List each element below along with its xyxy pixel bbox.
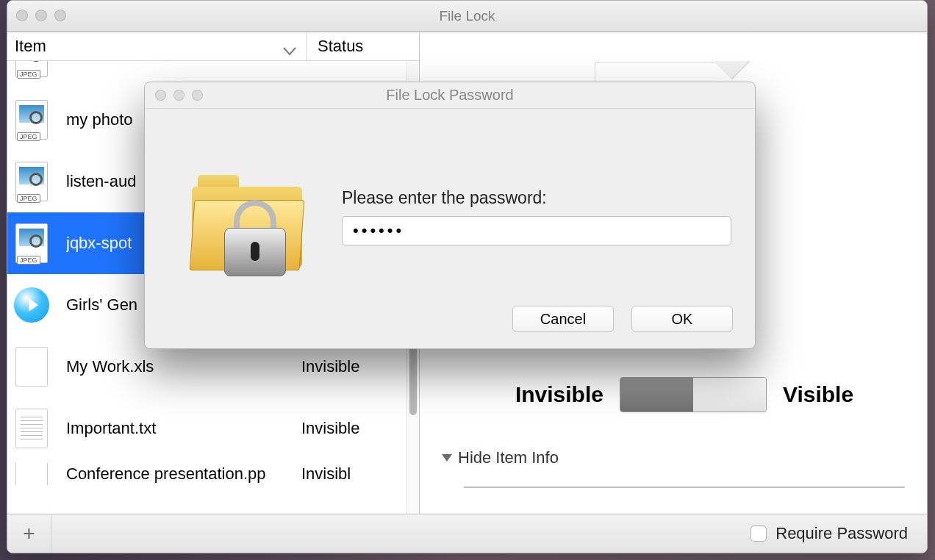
column-header-status[interactable]: Status (307, 32, 419, 60)
sort-indicator-icon (283, 41, 296, 60)
visibility-row: Invisible Visible (464, 374, 905, 415)
dialog-buttons: Cancel OK (512, 306, 733, 332)
separator (464, 487, 905, 488)
zoom-traffic-light[interactable] (192, 90, 203, 101)
add-button[interactable]: + (7, 514, 51, 553)
document-file-icon (12, 463, 51, 485)
password-value: •••••• (353, 221, 404, 240)
jpeg-file-icon: JPEG (12, 61, 51, 95)
invisible-label: Invisible (515, 382, 603, 407)
require-password-checkbox[interactable]: Require Password (750, 524, 927, 543)
disclosure-label: Hide Item Info (458, 448, 559, 467)
visible-label: Visible (783, 382, 853, 407)
require-password-label: Require Password (775, 524, 908, 543)
list-item[interactable]: Important.txt Invisible (7, 398, 419, 459)
dialog-titlebar[interactable]: File Lock Password (145, 82, 755, 109)
locked-folder-icon (192, 170, 309, 281)
list-item-label: Conference presentation.pp (66, 464, 287, 484)
jpeg-file-icon: JPEG (12, 100, 51, 140)
cancel-button[interactable]: Cancel (512, 306, 614, 332)
close-traffic-light[interactable] (155, 90, 166, 101)
ok-button[interactable]: OK (631, 306, 733, 332)
dialog-title: File Lock Password (145, 87, 755, 104)
column-header-item[interactable]: Item (7, 32, 307, 60)
minimize-traffic-light[interactable] (173, 90, 185, 101)
document-file-icon (12, 347, 51, 387)
password-dialog: File Lock Password Please enter the pass… (144, 82, 756, 349)
minimize-traffic-light[interactable] (35, 10, 47, 21)
toggle-half-visible[interactable] (693, 378, 766, 412)
column-header-status-label: Status (318, 37, 363, 56)
footer-bar: + Require Password (7, 514, 927, 553)
zoom-traffic-light[interactable] (54, 10, 66, 21)
list-item-label: My Work.xls (66, 357, 287, 376)
lock-icon (224, 200, 286, 276)
list-item-label: Important.txt (66, 419, 287, 438)
list-item-status: Invisible (301, 419, 359, 438)
column-header-item-label: Item (15, 37, 46, 56)
checkbox-box[interactable] (750, 525, 767, 542)
password-input[interactable]: •••••• (342, 216, 731, 245)
table-header: Item Status (7, 32, 419, 61)
toggle-half-invisible[interactable] (620, 378, 693, 412)
window-title: File Lock (7, 8, 927, 24)
window-controls (16, 10, 66, 21)
list-item-status: Invisible (301, 357, 359, 376)
close-traffic-light[interactable] (16, 10, 28, 21)
dialog-window-controls (155, 90, 203, 101)
list-item-status: Invisibl (301, 464, 351, 484)
hide-item-info-toggle[interactable]: Hide Item Info (442, 448, 559, 467)
list-item[interactable]: Conference presentation.pp Invisibl (7, 459, 419, 489)
titlebar[interactable]: File Lock (7, 1, 927, 32)
dialog-prompt: Please enter the password: (342, 188, 547, 208)
jpeg-file-icon: JPEG (12, 223, 51, 263)
visibility-toggle[interactable] (620, 377, 767, 412)
audio-file-icon (12, 285, 51, 325)
text-file-icon (12, 409, 51, 448)
disclosure-triangle-icon (442, 454, 452, 462)
jpeg-file-icon: JPEG (12, 162, 51, 201)
